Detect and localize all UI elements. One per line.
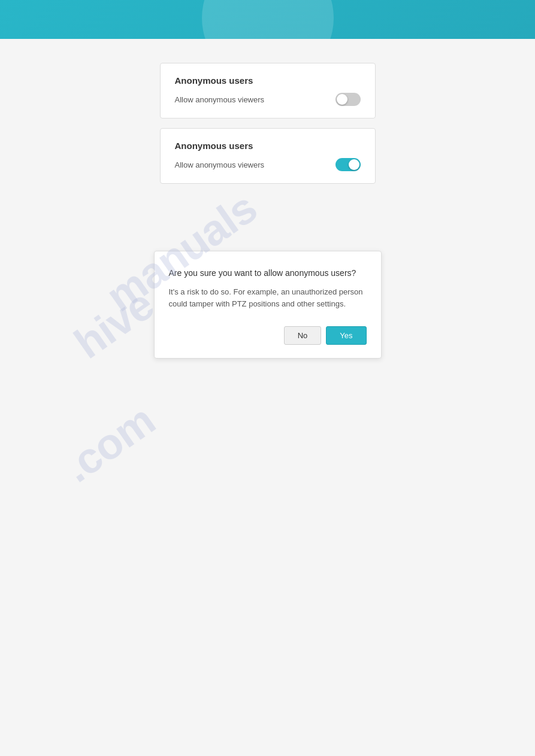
main-content: Anonymous users Allow anonymous viewers … (0, 39, 535, 382)
anonymous-users-card-off: Anonymous users Allow anonymous viewers (160, 63, 376, 119)
toggle-on[interactable] (335, 158, 361, 171)
toggle-knob-off (337, 94, 347, 105)
toggle-knob-on (349, 159, 359, 170)
toggle-track-on (335, 158, 361, 171)
toggle-off[interactable] (335, 93, 361, 106)
toggle-track-off (335, 93, 361, 106)
card1-label: Allow anonymous viewers (175, 95, 265, 104)
page-header (0, 0, 535, 39)
dialog-question: Are you sure you want to allow anonymous… (169, 268, 367, 278)
dialog-body: It's a risk to do so. For example, an un… (169, 286, 367, 309)
dialog-buttons: No Yes (169, 326, 367, 345)
card1-title: Anonymous users (175, 75, 361, 86)
no-button[interactable]: No (284, 326, 322, 345)
confirmation-dialog: Are you sure you want to allow anonymous… (154, 251, 382, 359)
card2-label: Allow anonymous viewers (175, 160, 265, 169)
watermark-line3: .com (55, 395, 163, 491)
card1-row: Allow anonymous viewers (175, 93, 361, 106)
card2-row: Allow anonymous viewers (175, 158, 361, 171)
anonymous-users-card-on: Anonymous users Allow anonymous viewers (160, 128, 376, 184)
yes-button[interactable]: Yes (326, 326, 366, 345)
header-decoration (202, 0, 334, 39)
card2-title: Anonymous users (175, 141, 361, 151)
